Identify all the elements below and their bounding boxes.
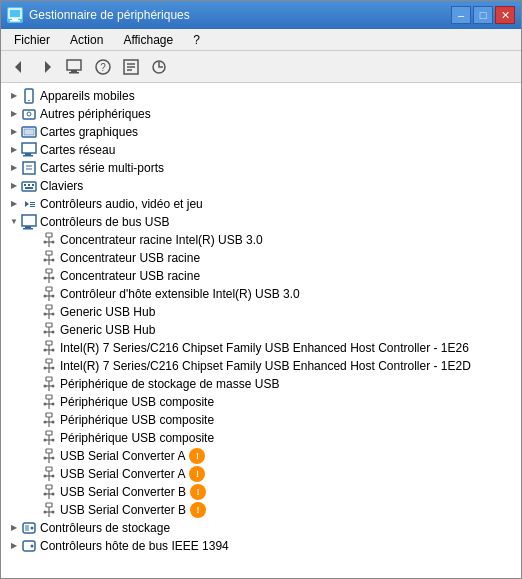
item-label: USB Serial Converter B <box>60 483 186 501</box>
tree-item-claviers[interactable]: ▶Claviers <box>1 177 521 195</box>
menu-action[interactable]: Action <box>61 30 112 50</box>
expand-button[interactable]: ▶ <box>7 197 21 211</box>
svg-rect-30 <box>32 184 34 186</box>
device-tree[interactable]: ▶Appareils mobiles▶Autres périphériques▶… <box>1 83 521 578</box>
tree-item-concentrateur-usb-racine-2[interactable]: Concentrateur USB racine <box>1 267 521 285</box>
item-label: Contrôleur d'hôte extensible Intel(R) US… <box>60 285 300 303</box>
item-icon-cartes-graphiques <box>21 124 37 140</box>
tree-item-usb-serial-converter-b-2[interactable]: USB Serial Converter B! <box>1 501 521 519</box>
svg-point-102 <box>44 457 47 460</box>
expand-button[interactable]: ▶ <box>7 89 21 103</box>
svg-text:?: ? <box>100 62 106 73</box>
svg-rect-5 <box>67 60 81 70</box>
content-area: ▶Appareils mobiles▶Autres périphériques▶… <box>1 83 521 578</box>
item-icon-generic-usb-hub-1 <box>41 304 57 320</box>
tree-item-autres-peripheriques[interactable]: ▶Autres périphériques <box>1 105 521 123</box>
item-label: Claviers <box>40 177 83 195</box>
tree-item-cartes-graphiques[interactable]: ▶Cartes graphiques <box>1 123 521 141</box>
svg-point-42 <box>44 241 47 244</box>
svg-point-118 <box>52 511 55 514</box>
scan-button[interactable] <box>147 55 171 79</box>
computer-button[interactable] <box>63 55 87 79</box>
svg-rect-35 <box>30 206 35 207</box>
tree-item-usb-serial-converter-a-1[interactable]: USB Serial Converter A! <box>1 447 521 465</box>
forward-button[interactable] <box>35 55 59 79</box>
back-button[interactable] <box>7 55 31 79</box>
svg-point-98 <box>52 439 55 442</box>
svg-rect-22 <box>25 153 31 155</box>
tree-item-peripherique-stockage[interactable]: Périphérique de stockage de masse USB <box>1 375 521 393</box>
svg-rect-2 <box>10 20 20 22</box>
item-icon-usb-serial-converter-b-1 <box>41 484 57 500</box>
tree-item-controleur-hote-intel-30[interactable]: Contrôleur d'hôte extensible Intel(R) US… <box>1 285 521 303</box>
title-bar: Gestionnaire de périphériques – □ ✕ <box>1 1 521 29</box>
svg-rect-59 <box>46 305 52 309</box>
properties-button[interactable] <box>119 55 143 79</box>
toolbar: ? <box>1 51 521 83</box>
maximize-button[interactable]: □ <box>473 6 493 24</box>
help-button[interactable]: ? <box>91 55 115 79</box>
item-label: USB Serial Converter A <box>60 465 185 483</box>
item-icon-peripherique-stockage <box>41 376 57 392</box>
tree-item-cartes-reseau[interactable]: ▶Cartes réseau <box>1 141 521 159</box>
tree-item-intel-7-series-1e26[interactable]: Intel(R) 7 Series/C216 Chipset Family US… <box>1 339 521 357</box>
menu-fichier[interactable]: Fichier <box>5 30 59 50</box>
svg-point-113 <box>52 493 55 496</box>
svg-point-92 <box>44 421 47 424</box>
svg-rect-74 <box>46 359 52 363</box>
expand-button[interactable]: ▶ <box>7 539 21 553</box>
close-button[interactable]: ✕ <box>495 6 515 24</box>
item-label: Cartes réseau <box>40 141 115 159</box>
tree-item-concentrateur-usb-racine-1[interactable]: Concentrateur USB racine <box>1 249 521 267</box>
expand-button[interactable]: ▶ <box>7 143 21 157</box>
expand-button[interactable]: ▶ <box>7 125 21 139</box>
expand-button[interactable]: ▼ <box>7 215 21 229</box>
tree-item-controleurs-stockage[interactable]: ▶Contrôleurs de stockage <box>1 519 521 537</box>
expand-button[interactable]: ▶ <box>7 521 21 535</box>
warning-badge: ! <box>190 484 206 500</box>
tree-item-generic-usb-hub-1[interactable]: Generic USB Hub <box>1 303 521 321</box>
tree-item-peripherique-usb-composite-2[interactable]: Périphérique USB composite <box>1 411 521 429</box>
tree-item-appareils-mobiles[interactable]: ▶Appareils mobiles <box>1 87 521 105</box>
svg-rect-99 <box>46 449 52 453</box>
menu-affichage[interactable]: Affichage <box>114 30 182 50</box>
tree-item-generic-usb-hub-2[interactable]: Generic USB Hub <box>1 321 521 339</box>
svg-point-63 <box>52 313 55 316</box>
expand-button[interactable]: ▶ <box>7 161 21 175</box>
item-icon-concentrateur-racine-intel-30 <box>41 232 57 248</box>
svg-point-18 <box>27 112 31 116</box>
minimize-button[interactable]: – <box>451 6 471 24</box>
tree-item-intel-7-series-1e2d[interactable]: Intel(R) 7 Series/C216 Chipset Family US… <box>1 357 521 375</box>
svg-point-82 <box>44 385 47 388</box>
item-icon-concentrateur-usb-racine-1 <box>41 250 57 266</box>
svg-point-53 <box>52 277 55 280</box>
item-icon-generic-usb-hub-2 <box>41 322 57 338</box>
tree-item-cartes-serie[interactable]: ▶Cartes série multi-ports <box>1 159 521 177</box>
item-label: Périphérique USB composite <box>60 411 214 429</box>
svg-rect-31 <box>25 187 33 189</box>
tree-item-peripherique-usb-composite-3[interactable]: Périphérique USB composite <box>1 429 521 447</box>
menu-help[interactable]: ? <box>184 30 209 50</box>
svg-rect-89 <box>46 413 52 417</box>
tree-item-controleurs-hote-ieee[interactable]: ▶Contrôleurs hôte de bus IEEE 1394 <box>1 537 521 555</box>
expand-button[interactable]: ▶ <box>7 107 21 121</box>
item-label: Generic USB Hub <box>60 303 155 321</box>
svg-rect-64 <box>46 323 52 327</box>
item-label: USB Serial Converter B <box>60 501 186 519</box>
tree-item-usb-serial-converter-b-1[interactable]: USB Serial Converter B! <box>1 483 521 501</box>
tree-item-controleurs-audio[interactable]: ▶Contrôleurs audio, vidéo et jeu <box>1 195 521 213</box>
expand-button[interactable]: ▶ <box>7 179 21 193</box>
svg-point-43 <box>52 241 55 244</box>
tree-item-usb-serial-converter-a-2[interactable]: USB Serial Converter A! <box>1 465 521 483</box>
svg-point-16 <box>28 100 30 102</box>
svg-rect-109 <box>46 485 52 489</box>
svg-point-120 <box>31 527 34 530</box>
tree-item-concentrateur-racine-intel-30[interactable]: Concentrateur racine Intel(R) USB 3.0 <box>1 231 521 249</box>
tree-item-controleurs-bus-usb[interactable]: ▼Contrôleurs de bus USB <box>1 213 521 231</box>
svg-rect-23 <box>23 155 33 157</box>
svg-point-97 <box>44 439 47 442</box>
svg-rect-49 <box>46 269 52 273</box>
tree-item-peripherique-usb-composite-1[interactable]: Périphérique USB composite <box>1 393 521 411</box>
svg-point-47 <box>44 259 47 262</box>
svg-rect-36 <box>22 215 36 226</box>
